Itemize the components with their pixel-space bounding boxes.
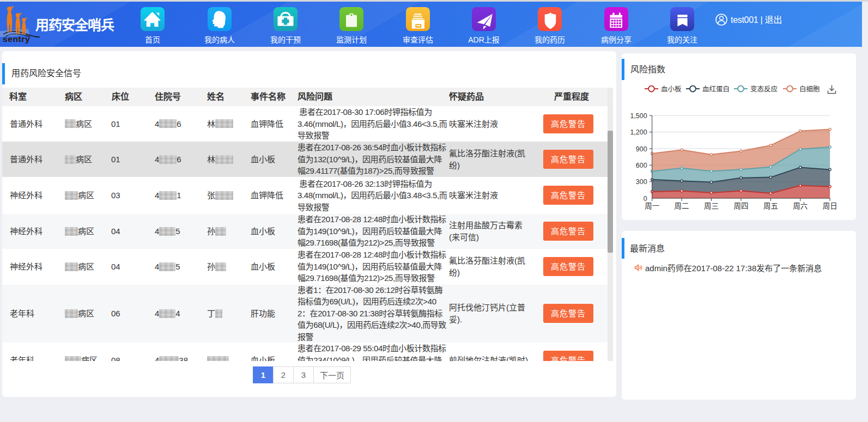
svg-text:周六: 周六 bbox=[793, 202, 808, 210]
svg-text:白细胞: 白细胞 bbox=[799, 85, 820, 93]
svg-text:血小板: 血小板 bbox=[661, 85, 682, 93]
svg-text:周一: 周一 bbox=[645, 202, 659, 210]
svg-text:血红蛋白: 血红蛋白 bbox=[702, 85, 730, 93]
svg-text:900: 900 bbox=[636, 145, 647, 153]
svg-text:周五: 周五 bbox=[763, 202, 778, 210]
svg-text:300: 300 bbox=[636, 178, 647, 186]
svg-text:0: 0 bbox=[644, 195, 647, 203]
svg-text:周四: 周四 bbox=[734, 202, 749, 210]
svg-text:1,500: 1,500 bbox=[630, 112, 647, 120]
svg-text:周二: 周二 bbox=[675, 202, 689, 210]
svg-text:周日: 周日 bbox=[823, 202, 837, 210]
svg-text:周三: 周三 bbox=[704, 202, 719, 210]
svg-text:sentry: sentry bbox=[3, 34, 30, 44]
svg-text:变态反应: 变态反应 bbox=[750, 85, 778, 93]
svg-text:600: 600 bbox=[636, 162, 647, 169]
svg-text:1,200: 1,200 bbox=[630, 129, 647, 136]
